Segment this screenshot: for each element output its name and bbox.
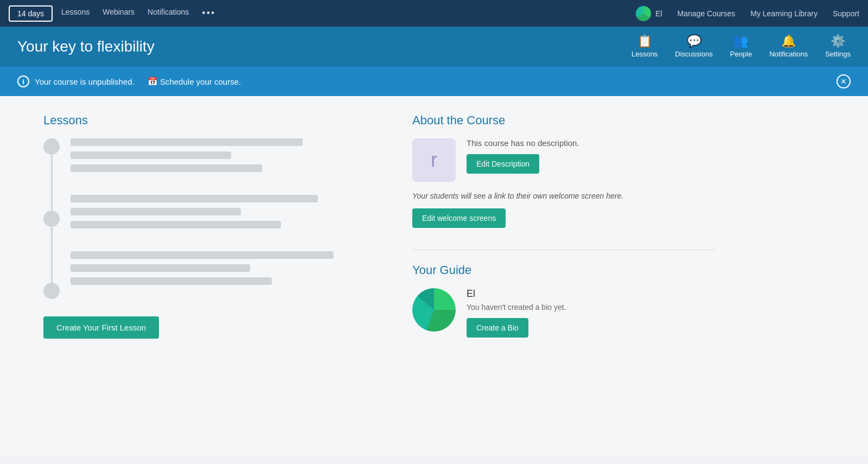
main-content: Lessons [0, 96, 868, 456]
timeline-line-2 [51, 227, 53, 283]
timeline-dot-3 [43, 283, 60, 299]
course-nav-icons: 📋 Lessons 💬 Discussions 👥 People 🔔 Notif… [631, 35, 851, 58]
guide-avatar [412, 288, 456, 332]
schedule-link-label: Schedule your course. [160, 77, 241, 86]
placeholder-bar [71, 195, 318, 202]
notice-left: i Your course is unpublished. 📅 Schedule… [17, 75, 241, 87]
right-column: About the Course r This course has no de… [412, 113, 716, 439]
course-nav-people[interactable]: 👥 People [730, 35, 752, 58]
welcome-text: Your students will see a link to their o… [412, 190, 716, 202]
section-divider [412, 250, 716, 250]
course-nav-notifications-label: Notifications [769, 50, 808, 58]
about-inner: r This course has no description. Edit D… [412, 138, 716, 182]
nav-more-button[interactable]: ••• [202, 8, 215, 19]
manage-courses-link[interactable]: Manage Courses [678, 9, 736, 18]
course-nav-people-label: People [730, 50, 752, 58]
nav-link-notifications[interactable]: Notifications [148, 8, 189, 19]
lesson-timeline [43, 138, 380, 299]
top-nav-right: El Manage Courses My Learning Library Su… [636, 6, 859, 21]
placeholder-bar [71, 151, 231, 159]
about-section-title: About the Course [412, 113, 716, 128]
guide-bio: You haven't created a bio yet. [467, 303, 566, 312]
notice-message: Your course is unpublished. [35, 77, 135, 86]
create-first-lesson-button[interactable]: Create Your First Lesson [43, 316, 159, 339]
lessons-column: Lessons [43, 113, 380, 439]
course-nav-discussions-label: Discussions [675, 50, 712, 58]
timeline-track [43, 138, 60, 299]
trial-days-button[interactable]: 14 days [9, 5, 53, 22]
settings-icon: ⚙️ [831, 35, 845, 47]
course-nav-discussions[interactable]: 💬 Discussions [675, 35, 712, 58]
edit-description-button[interactable]: Edit Description [467, 154, 539, 174]
guide-section: Your Guide El You haven't created a bio … [412, 263, 716, 338]
course-nav-lessons-label: Lessons [631, 50, 658, 58]
nav-link-lessons[interactable]: Lessons [61, 8, 90, 19]
about-text: This course has no description. Edit Des… [467, 138, 716, 174]
placeholder-bar [71, 277, 272, 285]
user-name: El [655, 9, 662, 18]
thumbnail-letter: r [431, 149, 437, 171]
course-nav-settings-label: Settings [825, 50, 851, 58]
lesson-group-2 [71, 195, 380, 234]
edit-welcome-screens-button[interactable]: Edit welcome screens [412, 208, 506, 228]
placeholder-bar [71, 221, 281, 228]
timeline-line-1 [51, 155, 53, 211]
lesson-group-1 [71, 138, 380, 177]
course-title: Your key to flexibility [17, 38, 155, 55]
placeholder-bar [71, 264, 250, 272]
lesson-group-3 [71, 251, 380, 290]
lessons-icon: 📋 [637, 35, 652, 47]
discussions-icon: 💬 [687, 35, 701, 47]
people-icon: 👥 [733, 35, 748, 47]
schedule-link[interactable]: 📅 Schedule your course. [148, 77, 241, 86]
notice-close-button[interactable]: ✕ [837, 74, 851, 88]
course-thumbnail: r [412, 138, 456, 182]
user-avatar-top [636, 6, 651, 21]
course-header: Your key to flexibility 📋 Lessons 💬 Disc… [0, 27, 868, 67]
guide-inner: El You haven't created a bio yet. Create… [412, 288, 716, 338]
timeline-dot-2 [43, 211, 60, 227]
placeholder-bar [71, 164, 262, 172]
calendar-icon: 📅 [148, 77, 158, 86]
nav-link-webinars[interactable]: Webinars [103, 8, 135, 19]
my-learning-library-link[interactable]: My Learning Library [750, 9, 818, 18]
timeline-items [71, 138, 380, 299]
top-navigation: 14 days Lessons Webinars Notifications •… [0, 0, 868, 27]
lessons-section-title: Lessons [43, 113, 380, 128]
info-icon: i [17, 75, 29, 87]
guide-section-title: Your Guide [412, 263, 716, 277]
about-section: About the Course r This course has no de… [412, 113, 716, 228]
course-nav-settings[interactable]: ⚙️ Settings [825, 35, 851, 58]
placeholder-bar [71, 208, 241, 215]
support-link[interactable]: Support [833, 9, 859, 18]
notice-banner: i Your course is unpublished. 📅 Schedule… [0, 67, 868, 96]
guide-info: El You haven't created a bio yet. Create… [467, 288, 566, 338]
notifications-icon: 🔔 [781, 35, 796, 47]
guide-name: El [467, 288, 566, 300]
about-description: This course has no description. [467, 138, 716, 148]
course-nav-lessons[interactable]: 📋 Lessons [631, 35, 658, 58]
placeholder-bar [71, 138, 303, 146]
top-nav-links: Lessons Webinars Notifications ••• [61, 8, 215, 19]
user-menu[interactable]: El [636, 6, 662, 21]
timeline-dot-1 [43, 138, 60, 155]
course-nav-notifications[interactable]: 🔔 Notifications [769, 35, 808, 58]
placeholder-bar [71, 251, 334, 259]
create-bio-button[interactable]: Create a Bio [467, 318, 528, 338]
